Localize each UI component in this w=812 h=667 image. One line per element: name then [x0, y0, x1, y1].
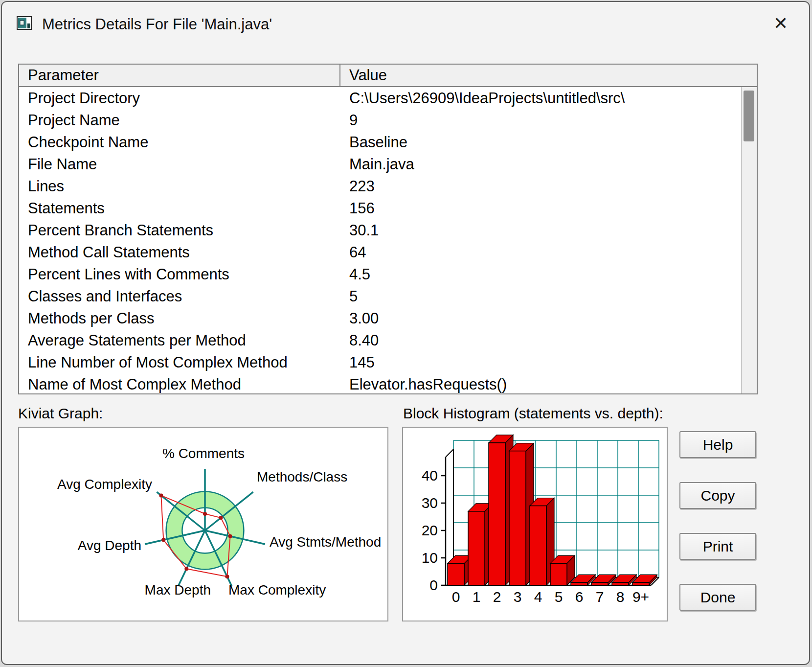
param-cell: Average Statements per Method — [19, 329, 340, 351]
table-scrollbar[interactable] — [741, 87, 757, 393]
table-row: Percent Lines with Comments4.5 — [19, 263, 742, 285]
table-row: Project Name9 — [19, 109, 742, 131]
kiviat-data-point — [219, 516, 223, 520]
x-tick-label: 7 — [596, 589, 604, 605]
value-cell: 4.5 — [340, 263, 742, 285]
kiviat-axis-label: Avg Stmts/Method — [270, 534, 381, 550]
table-row: Classes and Interfaces5 — [19, 285, 742, 307]
table-header: Parameter Value — [19, 65, 757, 87]
copy-button[interactable]: Copy — [679, 482, 756, 509]
param-cell: Methods per Class — [19, 307, 340, 329]
value-cell: 223 — [340, 175, 742, 197]
x-tick-label: 1 — [473, 589, 481, 605]
param-cell: Lines — [19, 175, 340, 197]
value-cell: 30.1 — [340, 219, 742, 241]
table-row: Project DirectoryC:\Users\26909\IdeaProj… — [19, 87, 742, 109]
kiviat-data-point — [228, 534, 232, 538]
value-cell: C:\Users\26909\IdeaProjects\untitled\src… — [340, 87, 742, 109]
param-cell: Project Name — [19, 109, 340, 131]
param-cell: Name of Most Complex Method — [19, 373, 340, 393]
kiviat-axis-label: Max Depth — [145, 582, 211, 598]
histogram-chart: 0102030400123456789+ — [403, 428, 667, 621]
kiviat-axis-label: Methods/Class — [257, 469, 347, 484]
kiviat-panel: % CommentsMethods/ClassAvg Stmts/MethodM… — [18, 427, 388, 621]
bar — [591, 582, 608, 585]
table-row: Percent Branch Statements30.1 — [19, 219, 742, 241]
kiviat-data-point — [159, 494, 163, 498]
param-cell: Line Number of Most Complex Method — [19, 351, 340, 373]
bar — [550, 563, 567, 585]
x-tick-label: 2 — [493, 589, 501, 605]
param-cell: Project Directory — [19, 87, 340, 109]
y-tick-label: 40 — [422, 467, 438, 483]
header-parameter[interactable]: Parameter — [19, 65, 340, 86]
table-row: File NameMain.java — [19, 153, 742, 175]
param-cell: Checkpoint Name — [19, 131, 340, 153]
bar — [632, 582, 649, 585]
kiviat-axis-label: Avg Complexity — [57, 477, 152, 492]
table-row: Average Statements per Method8.40 — [19, 329, 742, 351]
app-icon — [17, 15, 33, 31]
metrics-table: Parameter Value Project DirectoryC:\User… — [18, 64, 758, 394]
param-cell: Percent Lines with Comments — [19, 263, 340, 285]
title-bar: Metrics Details For File 'Main.java' ✕ — [2, 2, 809, 47]
table-row: Name of Most Complex MethodElevator.hasR… — [19, 373, 742, 393]
print-button[interactable]: Print — [679, 533, 756, 560]
kiviat-data-point — [225, 575, 229, 578]
x-tick-label: 5 — [555, 589, 563, 605]
x-tick-label: 4 — [534, 589, 542, 605]
scrollbar-thumb[interactable] — [744, 91, 754, 141]
close-icon: ✕ — [773, 13, 788, 34]
value-cell: Elevator.hasRequests() — [340, 373, 742, 393]
param-cell: Percent Branch Statements — [19, 219, 340, 241]
value-cell: 5 — [340, 285, 742, 307]
table-row: Method Call Statements64 — [19, 241, 742, 263]
kiviat-data-point — [184, 567, 188, 571]
help-button[interactable]: Help — [679, 431, 756, 458]
done-button[interactable]: Done — [679, 584, 756, 611]
header-value[interactable]: Value — [340, 65, 757, 86]
param-cell: Method Call Statements — [19, 241, 340, 263]
y-tick-label: 20 — [422, 522, 438, 538]
value-cell: Baseline — [340, 131, 742, 153]
kiviat-axis-label: Max Complexity — [228, 582, 326, 598]
table-row: Line Number of Most Complex Method145 — [19, 351, 742, 373]
window-title: Metrics Details For File 'Main.java' — [42, 16, 272, 33]
y-tick-label: 0 — [429, 577, 438, 593]
value-cell: Main.java — [340, 153, 742, 175]
x-tick-label: 0 — [452, 589, 460, 605]
value-cell: 64 — [340, 241, 742, 263]
kiviat-data-point — [161, 538, 165, 542]
histogram-panel: 0102030400123456789+ — [402, 427, 668, 621]
y-axis-top-slant — [446, 449, 453, 457]
kiviat-data-point — [203, 512, 207, 516]
kiviat-chart: % CommentsMethods/ClassAvg Stmts/MethodM… — [19, 428, 387, 621]
param-cell: Statements — [19, 197, 340, 219]
y-tick-label: 30 — [422, 495, 438, 511]
param-cell: Classes and Interfaces — [19, 285, 340, 307]
histogram-section-label: Block Histogram (statements vs. depth): — [403, 405, 663, 422]
value-cell: 8.40 — [340, 329, 742, 351]
bar — [612, 582, 629, 585]
bar — [509, 451, 526, 585]
value-cell: 3.00 — [340, 307, 742, 329]
kiviat-axis-label: % Comments — [162, 446, 245, 461]
bar — [571, 582, 587, 585]
metrics-table-body: Project DirectoryC:\Users\26909\IdeaProj… — [19, 87, 742, 393]
param-cell: File Name — [19, 153, 340, 175]
x-tick-label: 8 — [616, 589, 625, 605]
table-row: Checkpoint NameBaseline — [19, 131, 742, 153]
table-row: Statements156 — [19, 197, 742, 219]
value-cell: 9 — [340, 109, 742, 131]
metrics-details-dialog: Metrics Details For File 'Main.java' ✕ P… — [1, 1, 810, 665]
table-row: Methods per Class3.00 — [19, 307, 742, 329]
kiviat-axis-label: Avg Depth — [78, 538, 141, 553]
bar — [530, 506, 546, 585]
close-button[interactable]: ✕ — [767, 11, 794, 36]
table-row: Lines223 — [19, 175, 742, 197]
x-tick-label: 9+ — [632, 589, 649, 605]
bar — [489, 443, 505, 585]
x-tick-label: 6 — [575, 589, 584, 605]
bar — [448, 563, 464, 585]
kiviat-section-label: Kiviat Graph: — [18, 405, 103, 422]
